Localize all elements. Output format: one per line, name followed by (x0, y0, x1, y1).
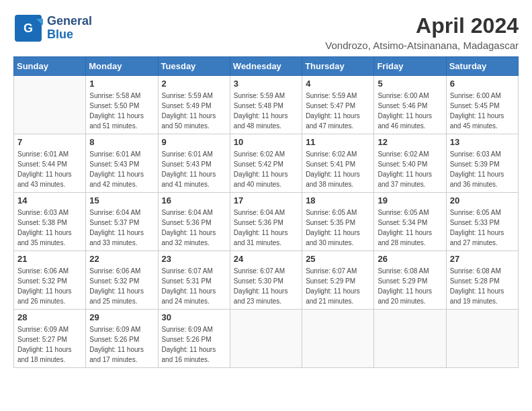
sunrise-time: Sunrise: 6:09 AM (162, 326, 213, 333)
day-number: 13 (450, 137, 515, 147)
weekday-header-thursday: Thursday (302, 57, 374, 76)
daylight-minutes: and 40 minutes. (234, 181, 281, 188)
sunrise-time: Sunrise: 6:08 AM (450, 267, 501, 275)
weekday-header-friday: Friday (374, 57, 446, 76)
sunset-time: Sunset: 5:29 PM (306, 277, 355, 285)
calendar-cell: 7 Sunrise: 6:01 AM Sunset: 5:44 PM Dayli… (14, 134, 86, 193)
day-number: 22 (89, 254, 154, 264)
sunrise-time: Sunrise: 6:01 AM (162, 150, 213, 158)
sunrise-time: Sunrise: 6:04 AM (89, 209, 140, 216)
sunrise-time: Sunrise: 6:02 AM (378, 150, 429, 158)
calendar-cell: 18 Sunrise: 6:05 AM Sunset: 5:35 PM Dayl… (302, 193, 374, 251)
calendar-cell: 4 Sunrise: 5:59 AM Sunset: 5:47 PM Dayli… (302, 76, 374, 134)
sunrise-time: Sunrise: 6:06 AM (89, 267, 140, 275)
day-info: Sunrise: 6:05 AM Sunset: 5:35 PM Dayligh… (306, 208, 370, 248)
day-info: Sunrise: 6:00 AM Sunset: 5:45 PM Dayligh… (450, 91, 515, 131)
daylight-hours: Daylight: 11 hours (89, 287, 144, 295)
day-info: Sunrise: 6:00 AM Sunset: 5:46 PM Dayligh… (378, 91, 442, 131)
calendar-week-row: 14 Sunrise: 6:03 AM Sunset: 5:38 PM Dayl… (14, 193, 519, 251)
calendar-cell: 28 Sunrise: 6:09 AM Sunset: 5:27 PM Dayl… (14, 310, 86, 368)
sunrise-time: Sunrise: 6:00 AM (450, 92, 501, 99)
weekday-header-wednesday: Wednesday (230, 57, 302, 76)
sunrise-time: Sunrise: 6:09 AM (17, 326, 69, 333)
daylight-minutes: and 20 minutes. (378, 298, 425, 305)
calendar-cell: 12 Sunrise: 6:02 AM Sunset: 5:40 PM Dayl… (374, 134, 446, 193)
sunset-time: Sunset: 5:38 PM (17, 219, 67, 226)
day-number: 4 (306, 79, 370, 89)
sunset-time: Sunset: 5:36 PM (162, 219, 212, 226)
daylight-minutes: and 21 minutes. (306, 298, 353, 305)
day-number: 11 (306, 137, 370, 147)
day-info: Sunrise: 6:03 AM Sunset: 5:39 PM Dayligh… (450, 149, 515, 189)
calendar-cell: 8 Sunrise: 6:01 AM Sunset: 5:43 PM Dayli… (86, 134, 158, 193)
daylight-hours: Daylight: 11 hours (17, 346, 72, 353)
calendar-cell: 6 Sunrise: 6:00 AM Sunset: 5:45 PM Dayli… (446, 76, 518, 134)
calendar-cell: 2 Sunrise: 5:59 AM Sunset: 5:49 PM Dayli… (158, 76, 230, 134)
sunset-time: Sunset: 5:34 PM (378, 219, 427, 226)
daylight-hours: Daylight: 11 hours (162, 287, 216, 295)
sunrise-time: Sunrise: 6:01 AM (17, 150, 69, 158)
daylight-hours: Daylight: 11 hours (306, 229, 360, 236)
daylight-hours: Daylight: 11 hours (162, 346, 216, 353)
day-number: 30 (162, 312, 226, 322)
daylight-hours: Daylight: 11 hours (89, 112, 144, 120)
daylight-hours: Daylight: 11 hours (162, 171, 216, 178)
calendar-week-row: 7 Sunrise: 6:01 AM Sunset: 5:44 PM Dayli… (14, 134, 519, 193)
day-number: 1 (89, 79, 154, 89)
daylight-minutes: and 16 minutes. (162, 356, 210, 363)
sunrise-time: Sunrise: 6:03 AM (450, 150, 501, 158)
calendar-cell: 17 Sunrise: 6:04 AM Sunset: 5:36 PM Dayl… (230, 193, 302, 251)
day-number: 12 (378, 137, 442, 147)
day-info: Sunrise: 6:01 AM Sunset: 5:43 PM Dayligh… (89, 149, 154, 189)
day-info: Sunrise: 6:04 AM Sunset: 5:36 PM Dayligh… (162, 208, 226, 248)
sunset-time: Sunset: 5:26 PM (162, 336, 212, 343)
sunrise-time: Sunrise: 6:07 AM (234, 267, 285, 275)
day-number: 23 (162, 254, 226, 264)
daylight-minutes: and 17 minutes. (89, 356, 137, 363)
sunrise-time: Sunrise: 6:01 AM (89, 150, 140, 158)
daylight-hours: Daylight: 11 hours (17, 287, 72, 295)
daylight-hours: Daylight: 11 hours (17, 229, 72, 236)
page-header: G General Blue April 2024 Vondrozo, Atsi… (13, 13, 519, 51)
day-number: 6 (450, 79, 515, 89)
daylight-hours: Daylight: 11 hours (450, 112, 504, 120)
calendar-cell: 3 Sunrise: 5:59 AM Sunset: 5:48 PM Dayli… (230, 76, 302, 134)
sunset-time: Sunset: 5:32 PM (89, 277, 139, 285)
daylight-minutes: and 27 minutes. (450, 239, 498, 246)
calendar-table: SundayMondayTuesdayWednesdayThursdayFrid… (13, 56, 519, 368)
day-number: 27 (450, 254, 515, 264)
sunset-time: Sunset: 5:28 PM (450, 277, 500, 285)
calendar-cell (374, 310, 446, 368)
day-info: Sunrise: 6:02 AM Sunset: 5:41 PM Dayligh… (306, 149, 370, 189)
calendar-cell: 9 Sunrise: 6:01 AM Sunset: 5:43 PM Dayli… (158, 134, 230, 193)
daylight-hours: Daylight: 11 hours (450, 229, 504, 236)
calendar-week-row: 21 Sunrise: 6:06 AM Sunset: 5:32 PM Dayl… (14, 251, 519, 310)
day-info: Sunrise: 6:07 AM Sunset: 5:29 PM Dayligh… (306, 266, 370, 306)
day-number: 17 (234, 195, 298, 205)
daylight-minutes: and 25 minutes. (89, 298, 137, 305)
daylight-minutes: and 43 minutes. (17, 181, 65, 188)
location: Vondrozo, Atsimo-Atsinanana, Madagascar (325, 40, 519, 51)
calendar-cell: 14 Sunrise: 6:03 AM Sunset: 5:38 PM Dayl… (14, 193, 86, 251)
sunset-time: Sunset: 5:32 PM (17, 277, 67, 285)
daylight-minutes: and 30 minutes. (306, 239, 353, 246)
sunrise-time: Sunrise: 5:58 AM (89, 92, 140, 99)
calendar-cell: 21 Sunrise: 6:06 AM Sunset: 5:32 PM Dayl… (14, 251, 86, 310)
sunset-time: Sunset: 5:35 PM (306, 219, 355, 226)
logo-blue: Blue (47, 28, 73, 41)
sunset-time: Sunset: 5:33 PM (450, 219, 500, 226)
calendar-cell (230, 310, 302, 368)
day-number: 8 (89, 137, 154, 147)
sunset-time: Sunset: 5:42 PM (234, 161, 283, 168)
sunrise-time: Sunrise: 6:05 AM (306, 209, 357, 216)
day-number: 28 (17, 312, 82, 322)
sunset-time: Sunset: 5:43 PM (89, 161, 139, 168)
calendar-cell: 11 Sunrise: 6:02 AM Sunset: 5:41 PM Dayl… (302, 134, 374, 193)
day-info: Sunrise: 5:59 AM Sunset: 5:48 PM Dayligh… (234, 91, 298, 131)
calendar-cell: 22 Sunrise: 6:06 AM Sunset: 5:32 PM Dayl… (86, 251, 158, 310)
day-info: Sunrise: 6:06 AM Sunset: 5:32 PM Dayligh… (17, 266, 82, 306)
daylight-hours: Daylight: 11 hours (378, 287, 432, 295)
calendar-cell: 13 Sunrise: 6:03 AM Sunset: 5:39 PM Dayl… (446, 134, 518, 193)
day-number: 19 (378, 195, 442, 205)
calendar-week-row: 28 Sunrise: 6:09 AM Sunset: 5:27 PM Dayl… (14, 310, 519, 368)
